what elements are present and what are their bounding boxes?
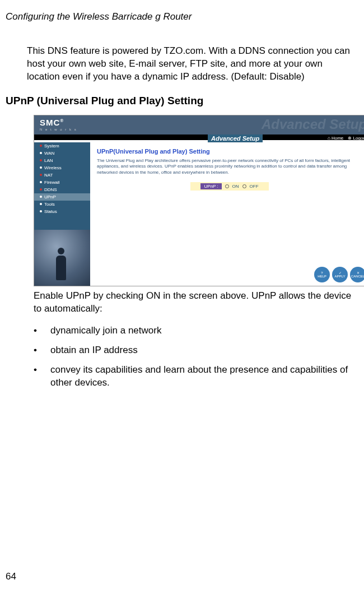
running-header: Configuring the Wireless Barricade g Rou… bbox=[6, 11, 358, 22]
ss-upnp-label: UPnP : bbox=[200, 183, 221, 189]
ss-header-bar: SMC® N e t w o r k s Advanced Setup bbox=[34, 115, 364, 135]
ss-action-buttons: ?HELP ✓APPLY ✕CANCEL bbox=[314, 267, 364, 282]
sidebar-item-upnp[interactable]: UPnP bbox=[34, 193, 90, 201]
sidebar-item-ddns[interactable]: DDNS bbox=[34, 186, 90, 193]
ss-decorative-image bbox=[34, 230, 90, 286]
sidebar-item-wireless[interactable]: Wireless bbox=[34, 164, 90, 171]
ss-person-silhouette bbox=[55, 248, 67, 281]
router-ui-screenshot: SMC® N e t w o r k s Advanced Setup Adva… bbox=[34, 115, 364, 286]
ss-content-heading: UPnP(Universal Plug and Play) Setting bbox=[97, 148, 362, 155]
ss-logout-link[interactable]: ⊗ Logout bbox=[348, 136, 364, 141]
ss-watermark: Advanced Setup bbox=[262, 117, 364, 132]
sidebar-item-tools[interactable]: Tools bbox=[34, 201, 90, 208]
bullet-item: obtain an IP address bbox=[34, 344, 355, 357]
ss-topright-links: ⌂ Home ⊗ Logout bbox=[328, 135, 364, 142]
ss-cancel-button[interactable]: ✕CANCEL bbox=[350, 267, 364, 282]
ss-radio-on[interactable] bbox=[225, 184, 229, 188]
ss-tab-advanced-setup[interactable]: Advanced Setup bbox=[208, 135, 263, 142]
ss-content-description: The Universal Plug and Play architecture… bbox=[97, 158, 362, 175]
ss-sidebar: System WAN LAN Wireless NAT Firewall DDN… bbox=[34, 142, 90, 231]
sidebar-item-firewall[interactable]: Firewall bbox=[34, 179, 90, 186]
ss-content: UPnP(Universal Plug and Play) Setting Th… bbox=[90, 142, 364, 196]
ss-on-label: ON bbox=[232, 184, 239, 189]
ss-off-label: OFF bbox=[250, 184, 259, 189]
ss-upnp-control-row: UPnP : ON OFF bbox=[190, 182, 269, 191]
post-screenshot-paragraph: Enable UPnP by checking ON in the screen… bbox=[34, 290, 355, 316]
ss-apply-button[interactable]: ✓APPLY bbox=[332, 267, 348, 282]
sidebar-item-wan[interactable]: WAN bbox=[34, 150, 90, 157]
section-heading: UPnP (Universal Plug and Play) Setting bbox=[6, 95, 358, 107]
intro-paragraph: This DNS feature is powered by TZO.com. … bbox=[27, 45, 355, 84]
ss-help-button[interactable]: ?HELP bbox=[314, 267, 330, 282]
ss-logo-subtext: N e t w o r k s bbox=[40, 128, 77, 131]
ss-home-link[interactable]: ⌂ Home bbox=[328, 136, 343, 141]
bullet-item: dynamically join a network bbox=[34, 324, 355, 337]
sidebar-item-system[interactable]: System bbox=[34, 142, 90, 150]
bullet-item: convey its capabilities and learn about … bbox=[34, 364, 355, 389]
ss-logo: SMC® bbox=[40, 118, 64, 127]
page-number: 64 bbox=[6, 571, 16, 582]
ss-radio-off[interactable] bbox=[242, 184, 246, 188]
sidebar-item-status[interactable]: Status bbox=[34, 208, 90, 215]
bullet-list: dynamically join a network obtain an IP … bbox=[34, 324, 355, 389]
sidebar-item-nat[interactable]: NAT bbox=[34, 171, 90, 179]
ss-blackbar bbox=[34, 135, 364, 140]
sidebar-item-lan[interactable]: LAN bbox=[34, 157, 90, 164]
